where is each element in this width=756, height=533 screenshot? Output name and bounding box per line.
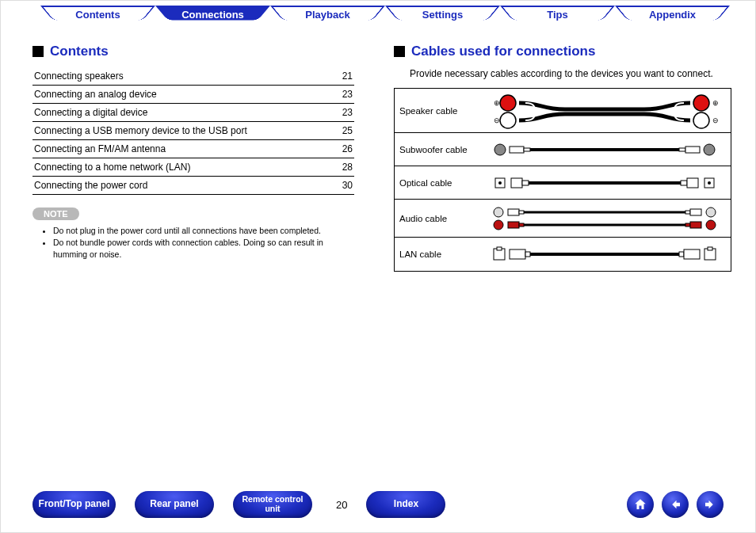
toc-title: Connecting a USB memory device to the US…	[34, 125, 247, 136]
svg-point-14	[704, 144, 715, 155]
cable-label: Audio cable	[395, 200, 478, 237]
svg-text:⊖: ⊖	[712, 116, 719, 124]
svg-rect-32	[685, 211, 690, 214]
toc-entry[interactable]: Connecting an FM/AM antenna26	[32, 140, 354, 158]
nav-icons	[627, 491, 724, 518]
toc-page: 26	[342, 143, 353, 154]
svg-rect-39	[497, 247, 502, 250]
cable-row-speaker: Speaker cable ⊕ ⊖ ⊕ ⊖	[395, 89, 731, 133]
svg-rect-26	[508, 209, 519, 215]
svg-rect-35	[690, 222, 701, 228]
bullet-square-icon	[394, 46, 405, 57]
tab-connections[interactable]: Connections	[155, 6, 270, 26]
svg-rect-18	[522, 181, 529, 185]
cable-row-audio: Audio cable	[395, 200, 731, 238]
tab-settings[interactable]: Settings	[385, 6, 500, 26]
note-list: Do not plug in the power cord until all …	[32, 225, 349, 261]
optical-cable-icon	[478, 166, 731, 199]
page-number: 20	[336, 499, 347, 511]
cable-label: Speaker cable	[395, 89, 478, 132]
toc-page: 28	[342, 162, 353, 173]
cable-label: LAN cable	[395, 238, 478, 271]
svg-text:⊕: ⊕	[494, 99, 500, 107]
toc-list: Connecting speakers21 Connecting an anal…	[32, 67, 354, 195]
cable-table: Speaker cable ⊕ ⊖ ⊕ ⊖	[394, 88, 731, 272]
svg-point-5	[693, 112, 709, 128]
svg-rect-33	[690, 209, 701, 215]
note-item: Do not bundle power cords with connectio…	[53, 237, 349, 261]
cables-heading: Cables used for connections	[394, 44, 731, 59]
svg-rect-9	[510, 147, 524, 153]
main-content: Contents Connecting speakers21 Connectin…	[1, 31, 755, 272]
cable-row-lan: LAN cable	[395, 238, 731, 271]
toc-entry[interactable]: Connecting the power cord30	[32, 177, 354, 195]
cable-row-optical: Optical cable	[395, 166, 731, 200]
cable-label: Optical cable	[395, 166, 478, 199]
cables-title-text: Cables used for connections	[411, 44, 595, 59]
svg-rect-41	[525, 252, 530, 257]
bottom-bar: Front/Top panel Rear panel Remote contro…	[1, 491, 755, 518]
subwoofer-cable-icon	[478, 133, 731, 166]
svg-rect-46	[708, 247, 712, 250]
left-column: Contents Connecting speakers21 Connectin…	[32, 39, 370, 272]
front-top-panel-button[interactable]: Front/Top panel	[32, 491, 116, 518]
cable-label: Subwoofer cable	[395, 133, 478, 166]
toc-page: 23	[342, 89, 353, 100]
prev-page-button[interactable]	[662, 491, 689, 518]
svg-point-25	[494, 220, 503, 230]
arrow-right-icon	[703, 497, 717, 512]
svg-point-23	[708, 181, 711, 185]
svg-rect-12	[679, 148, 685, 151]
svg-rect-40	[510, 249, 525, 259]
svg-point-36	[706, 207, 716, 217]
lan-cable-icon	[478, 238, 731, 271]
tab-playback[interactable]: Playback	[270, 6, 385, 26]
svg-rect-17	[511, 178, 522, 188]
toc-entry[interactable]: Connecting to a home network (LAN)28	[32, 158, 354, 177]
home-button[interactable]	[627, 491, 654, 518]
svg-rect-27	[519, 211, 524, 214]
svg-rect-34	[685, 223, 690, 227]
svg-point-4	[693, 95, 709, 111]
svg-rect-13	[685, 147, 700, 153]
tab-contents[interactable]: Contents	[40, 6, 155, 26]
toc-page: 21	[342, 70, 353, 82]
svg-text:⊖: ⊖	[494, 116, 500, 124]
svg-point-16	[498, 181, 502, 185]
svg-point-8	[494, 144, 506, 155]
toc-entry[interactable]: Connecting an analog device23	[32, 86, 354, 104]
svg-rect-21	[687, 178, 698, 188]
svg-rect-44	[684, 249, 700, 259]
toc-title: Connecting to a home network (LAN)	[34, 162, 190, 173]
toc-entry[interactable]: Connecting speakers21	[32, 67, 354, 86]
svg-point-37	[706, 220, 716, 230]
cables-intro: Provide necessary cables according to th…	[410, 67, 731, 80]
svg-point-1	[500, 112, 516, 128]
toc-entry[interactable]: Connecting a digital device23	[32, 104, 354, 122]
note-badge: NOTE	[32, 207, 79, 220]
toc-title: Connecting an FM/AM antenna	[34, 143, 166, 154]
audio-cable-icon	[478, 200, 731, 237]
rear-panel-button[interactable]: Rear panel	[135, 491, 214, 518]
toc-title: Connecting speakers	[34, 70, 124, 82]
svg-rect-29	[519, 223, 524, 227]
top-tab-bar: Contents Connections Playback Settings T…	[1, 1, 755, 31]
svg-point-0	[500, 95, 516, 111]
tab-appendix[interactable]: Appendix	[615, 6, 730, 26]
svg-rect-10	[524, 148, 530, 151]
arrow-left-icon	[668, 497, 682, 512]
contents-heading: Contents	[32, 44, 370, 59]
cable-row-subwoofer: Subwoofer cable	[395, 133, 731, 166]
toc-title: Connecting a digital device	[34, 107, 147, 118]
tab-tips[interactable]: Tips	[500, 6, 615, 26]
toc-page: 30	[342, 180, 353, 191]
index-button[interactable]: Index	[366, 491, 445, 518]
svg-text:⊕: ⊕	[712, 99, 719, 107]
speaker-cable-icon: ⊕ ⊖ ⊕ ⊖	[478, 89, 731, 132]
next-page-button[interactable]	[697, 491, 724, 518]
toc-entry[interactable]: Connecting a USB memory device to the US…	[32, 122, 354, 140]
home-icon	[633, 497, 647, 512]
remote-control-button[interactable]: Remote control unit	[233, 491, 312, 518]
svg-point-24	[494, 207, 503, 217]
svg-rect-20	[681, 181, 687, 185]
